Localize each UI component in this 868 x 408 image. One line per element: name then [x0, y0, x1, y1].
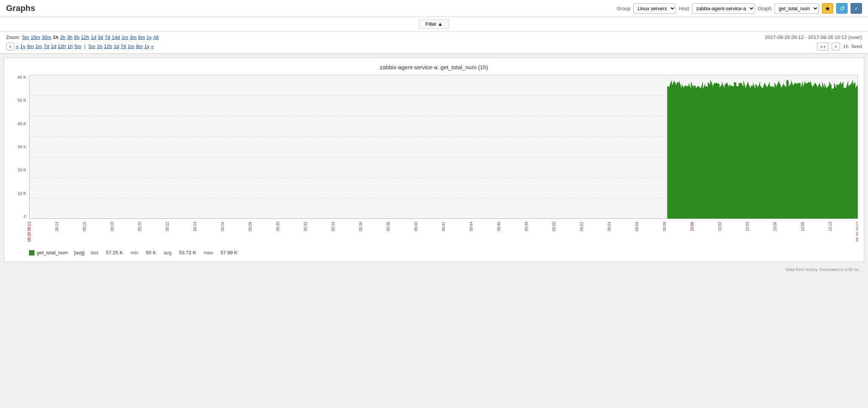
x-label: 09:58 — [663, 222, 667, 232]
nav-12h-fwd[interactable]: 12h — [104, 44, 112, 49]
nav-1h-fwd[interactable]: 1h — [97, 44, 102, 49]
legend-name: get_total_num — [37, 250, 68, 255]
avg-value: 53.72 K — [179, 250, 196, 255]
host-label: Host — [679, 6, 689, 11]
x-label: 09:36 — [359, 222, 363, 232]
zoom-row: Zoom: 5m 15m 30m 1h 2h 3h 6h 12h 1d 3d 7… — [6, 34, 862, 40]
nav-12h-back[interactable]: 12h — [58, 44, 66, 49]
x-label: 09:32 — [303, 222, 308, 232]
nav-1d-fwd[interactable]: 1d — [114, 44, 119, 49]
nav-1y-back[interactable]: 1y — [20, 44, 26, 49]
zoom-5m[interactable]: 5m — [22, 34, 29, 40]
x-label: 09:56 — [635, 222, 639, 232]
zoom-1d[interactable]: 1d — [91, 34, 96, 40]
graph-select[interactable]: get_total_num — [775, 3, 819, 14]
nav-1y-fwd[interactable]: 1y — [144, 44, 149, 49]
x-label: 10:00 — [690, 222, 694, 232]
min-label: min — [131, 250, 138, 255]
x-label: 09:26 — [221, 222, 225, 232]
controls-bar: Zoom: 5m 15m 30m 1h 2h 3h 6h 12h 1d 3d 7… — [0, 31, 868, 54]
zoom-6h[interactable]: 6h — [74, 34, 79, 40]
zoom-15m[interactable]: 15m — [31, 34, 40, 40]
legend-row: get_total_num [avg] last 57.25 K min 50 … — [10, 250, 858, 255]
zoom-3h[interactable]: 3h — [67, 34, 72, 40]
x-label: 10:02 — [718, 222, 722, 232]
zoom-12h[interactable]: 12h — [81, 34, 89, 40]
max-label: max — [204, 250, 213, 255]
nav-1d-back[interactable]: 1d — [51, 44, 56, 49]
nav-5m-fwd[interactable]: 5m — [89, 44, 95, 49]
group-select[interactable]: Linux servers — [633, 3, 676, 14]
x-label: 09:48 — [524, 222, 529, 232]
zoom-1m[interactable]: 1m — [121, 34, 128, 40]
zoom-6m[interactable]: 6m — [138, 34, 145, 40]
zoom-3d[interactable]: 3d — [98, 34, 103, 40]
zoom-30m[interactable]: 30m — [42, 34, 51, 40]
x-label: 09:46 — [497, 222, 501, 232]
avg-label: avg — [163, 250, 171, 255]
x-label: 09:52 — [580, 222, 584, 232]
x-label: 10:08 — [801, 222, 805, 232]
nav-7d-fwd[interactable]: 7d — [121, 44, 126, 49]
graph-title: zabbix-agent-service-a: get_total_num (1… — [10, 64, 858, 70]
favorite-button[interactable]: ★ — [822, 3, 833, 14]
zoom-2h[interactable]: 2h — [60, 34, 65, 40]
graph-label: Graph — [758, 6, 772, 11]
x-label: 09:40 — [414, 222, 418, 232]
host-select[interactable]: zabbix-agent-service-a — [692, 3, 755, 14]
nav-7d-back[interactable]: 7d — [44, 44, 49, 49]
filter-button[interactable]: Filter ▲ — [419, 19, 449, 29]
y-axis: 60 K 50 K 40 K 30 K 20 K 10 K 0 — [10, 75, 29, 219]
graph-canvas — [29, 75, 858, 219]
zoom-7d[interactable]: 7d — [105, 34, 110, 40]
page-title: Graphs — [6, 3, 612, 13]
nav-left-links: « 1y 6m 1m 7d 1d 12h 1h 5m | 5m 1h 12h 1… — [16, 44, 154, 49]
legend-type: [avg] — [74, 250, 84, 255]
zoom-label: Zoom: — [6, 34, 20, 40]
zoom-14d[interactable]: 14d — [112, 34, 120, 40]
nav-forward-button[interactable]: › — [832, 42, 840, 50]
nav-separator: | — [84, 44, 86, 49]
nav-back-button[interactable]: ‹ — [6, 42, 14, 50]
nav-1m-fwd[interactable]: 1m — [128, 44, 134, 49]
zoom-3m[interactable]: 3m — [130, 34, 137, 40]
min-value: 50 K — [146, 250, 156, 255]
refresh-button[interactable]: ↺ — [836, 3, 848, 14]
nav-dots-button[interactable]: ‹ › — [817, 42, 828, 50]
x-label: 09:42 — [442, 222, 446, 232]
legend-color — [29, 250, 34, 255]
footnote: Data from history. Generated in 0.05 se.… — [0, 266, 868, 275]
zoom-1y[interactable]: 1y — [146, 34, 152, 40]
x-label: 09:14 — [55, 222, 59, 232]
nav-6m-fwd[interactable]: 6m — [136, 44, 143, 49]
filter-bar: Filter ▲ — [0, 17, 868, 31]
max-value: 57.99 K — [221, 250, 238, 255]
y-label-30k: 30 K — [17, 145, 26, 149]
nav-fwd-far[interactable]: » — [151, 44, 154, 49]
x-label: 09:20 — [138, 222, 142, 232]
x-axis: 09:1208-2609:1409:1609:1809:2009:2209:24… — [10, 220, 858, 247]
last-value: 57.25 K — [106, 250, 123, 255]
nav-5m-back[interactable]: 5m — [75, 44, 81, 49]
last-label: last — [91, 250, 98, 255]
x-label: 09:22 — [165, 222, 170, 232]
header-controls: Group Linux servers Host zabbix-agent-se… — [617, 3, 862, 14]
nav-left: ‹ « 1y 6m 1m 7d 1d 12h 1h 5m | 5m 1h 12h… — [6, 42, 154, 50]
nav-1h-back[interactable]: 1h — [67, 44, 73, 49]
nav-6m-back[interactable]: 6m — [27, 44, 34, 49]
legend-item: get_total_num — [29, 250, 68, 255]
zoom-links: 5m 15m 30m 1h 2h 3h 6h 12h 1d 3d 7d 14d … — [22, 34, 159, 40]
nav-row: ‹ « 1y 6m 1m 7d 1d 12h 1h 5m | 5m 1h 12h… — [6, 42, 862, 50]
nav-back-far[interactable]: « — [16, 44, 19, 49]
nav-1m-back[interactable]: 1m — [35, 44, 42, 49]
x-label: 10:1208-26 — [856, 222, 858, 242]
zoom-all[interactable]: All — [153, 34, 159, 40]
kiosk-button[interactable]: ✓ — [851, 3, 862, 14]
x-label: 09:54 — [607, 222, 611, 232]
x-label: 09:1208-26 — [27, 222, 31, 242]
x-label: 09:50 — [552, 222, 556, 232]
y-label-0: 0 — [24, 214, 26, 219]
duration-label: 1h — [843, 44, 848, 49]
x-label: 09:24 — [193, 222, 197, 232]
zoom-1h[interactable]: 1h — [53, 34, 59, 40]
